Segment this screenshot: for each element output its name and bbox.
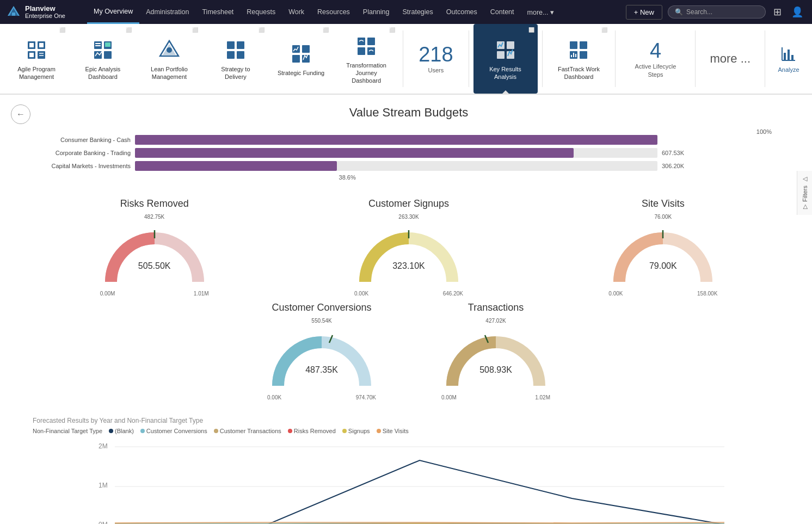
gauge-risks-removed: Risks Removed 482.75K 505.50K 0.00M1.01M [100,198,209,297]
nav-more[interactable]: more... ▾ [521,0,561,24]
svg-text:1M: 1M [99,482,108,489]
svg-rect-37 [367,47,375,55]
users-label: Users [428,66,444,74]
new-button[interactable]: + New [626,5,662,20]
key-results-label: Key Results Analysis [481,65,530,81]
legend-transactions-dot [214,429,218,433]
toolbar-item-agile[interactable]: ⬜ Agile Program Management [4,24,69,94]
svg-rect-9 [29,53,34,57]
gauge-transactions-wrapper: 508.93K [441,326,550,393]
toolbar-divider-1 [403,30,403,87]
legend-conversions-dot [140,429,145,433]
toolbar-users[interactable]: 218 Users [408,24,464,94]
user-profile-icon[interactable]: 👤 [789,6,805,18]
gauge-signups-wrapper: 323.10K [354,222,463,289]
nav-outcomes[interactable]: Outcomes [440,0,484,24]
svg-rect-6 [38,51,45,59]
toolbar-item-transform[interactable]: ⬜ Transformation Journey Dashboard [334,24,398,94]
nav-items: My Overview Administration Timesheet Req… [87,0,626,24]
nav-timesheet[interactable]: Timesheet [195,0,240,24]
toolbar-analyze[interactable]: Analyze [770,24,808,94]
gauge-site-visits-minmax: 0.00K158.00K [608,291,717,297]
strategic-icon-wrapper [288,41,314,67]
lean-label: Lean Portfolio Management [145,65,194,81]
search-bar[interactable]: 🔍 Search... [668,5,766,19]
fasttrack-label: FastTrack Work Dashboard [555,65,604,81]
toolbar-item-strategic[interactable]: ⬜ Strategic Funding [270,24,332,94]
toolbar-item-lean[interactable]: ⬜ Lean Portfolio Management [137,24,201,94]
bar-row-2: Capital Markets - Investments 38.6% 306.… [33,161,785,171]
line-chart-title: Forecasted Results by Year and Non-Finan… [33,417,785,424]
active-steps-count: 4 [650,39,661,63]
nav-planning[interactable]: Planning [356,0,396,24]
gauge-transactions-value: 508.93K [479,365,512,375]
gauge-risks-value: 505.50K [138,261,171,271]
bar-outer-2: 38.6% [135,161,657,171]
toolbar-item-fasttrack[interactable]: ⬜ FastTrack Work Dashboard [547,24,611,94]
nav-content[interactable]: Content [484,0,521,24]
gauge-conversions-title: Customer Conversions [272,302,371,313]
search-placeholder: Search... [686,8,712,16]
svg-rect-16 [95,43,101,44]
legend-blank: (Blank) [109,428,134,434]
gauge-conversions-svg [267,326,376,391]
legend-site-visits-dot [377,429,381,433]
gauge-conversions-target-label: 550.54K [311,318,331,324]
agile-icon-wrapper [23,37,50,63]
legend-risks: Risks Removed [288,428,336,434]
gauge-risks-target-label: 482.75K [144,214,164,220]
gauges-row-1: Risks Removed 482.75K 505.50K 0.00M1.01M [33,198,785,297]
legend-transactions-label: Customer Transactions [220,428,281,434]
lean-icon-wrapper [156,37,182,63]
toolbar-item-key-results[interactable]: ⬜ Key Results Analysis [473,24,538,94]
filters-arrow-icon[interactable]: ◁ [803,175,807,182]
nav-strategies[interactable]: Strategies [396,0,440,24]
back-button[interactable]: ← [11,104,30,124]
legend-blank-label: (Blank) [115,428,134,434]
toolbar-active-steps[interactable]: 4 Active Lifecycle Steps [620,24,691,94]
chart-legend: Non-Financial Target Type (Blank) Custom… [33,428,785,434]
toolbar-divider-4 [615,30,616,87]
legend-signups-dot [342,429,347,433]
toolbar-item-epic[interactable]: ⬜ Epic Analysis Dashboard [71,24,135,94]
external-link-icon-ft: ⬜ [601,27,607,33]
svg-rect-2 [12,13,15,16]
gauge-signups: Customer Signups 263.30K 323.10K 0.00K64… [354,198,463,297]
svg-rect-53 [791,55,793,60]
external-link-icon: ⬜ [59,27,65,33]
nav-right: + New 🔍 Search... ⊞ 👤 [626,5,805,20]
svg-rect-43 [580,41,587,49]
lean-icon [159,40,180,60]
gauge-transactions: Transactions 427.02K 508.93K 0.00M1.02M [441,302,550,400]
legend-blank-dot [109,429,113,433]
gauge-signups-svg [354,222,463,287]
search-icon: 🔍 [675,8,683,16]
toolbar-item-strategy[interactable]: ⬜ Strategy to Delivery [204,24,268,94]
gauge-risks-minmax: 0.00M1.01M [100,291,209,297]
toolbar-more-button[interactable]: more ... [700,24,760,94]
nav-resources[interactable]: Resources [311,0,356,24]
nav-work[interactable]: Work [282,0,311,24]
dashboard: Value Stream Budgets 100% Consumer Banki… [0,95,812,524]
transform-icon-wrapper [353,33,379,59]
gauge-site-visits-svg [608,222,717,287]
svg-rect-51 [784,53,786,60]
filters-label[interactable]: ▽ Filters [801,186,808,211]
dashboard-title: Value Stream Budgets [33,106,785,120]
nav-requests[interactable]: Requests [240,0,282,24]
user-grid-icon[interactable]: ⊞ [771,6,784,18]
gauge-risks-title: Risks Removed [120,198,189,209]
bar-chart-section: 100% Consumer Banking - Cash Corporate B… [33,128,785,171]
svg-text:2M: 2M [99,442,108,450]
bar-outer-0 [135,135,657,145]
brand: Planview Enterprise One [7,4,77,20]
nav-my-overview[interactable]: My Overview [87,0,139,24]
nav-administration[interactable]: Administration [139,0,195,24]
gauge-signups-target-label: 263.30K [398,214,419,220]
gauge-conversions: Customer Conversions 550.54K 487.35K 0.0… [267,302,376,400]
legend-risks-dot [288,429,292,433]
gauge-risks-svg [100,222,209,287]
gauge-risks-wrapper: 505.50K [100,222,209,289]
svg-rect-39 [507,41,514,49]
analyze-icon [780,45,797,66]
